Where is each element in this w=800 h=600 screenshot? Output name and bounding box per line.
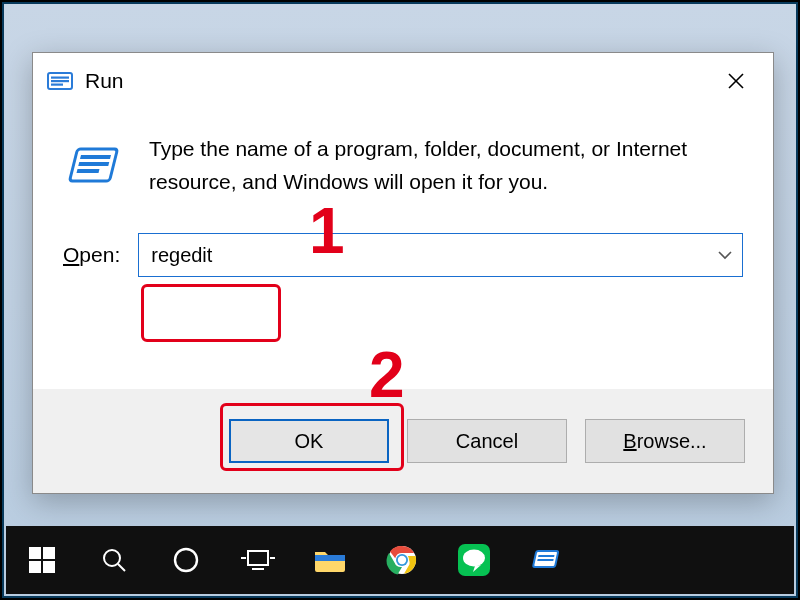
task-view-button[interactable]	[222, 526, 294, 594]
svg-rect-28	[538, 555, 554, 557]
line-app-button[interactable]	[438, 526, 510, 594]
svg-rect-13	[43, 561, 55, 573]
folder-icon	[313, 546, 347, 574]
svg-rect-17	[248, 551, 268, 565]
button-bar: OK Cancel Browse...	[33, 389, 773, 493]
run-icon	[45, 66, 75, 96]
svg-point-14	[104, 550, 120, 566]
chrome-button[interactable]	[366, 526, 438, 594]
search-icon	[99, 545, 129, 575]
chrome-icon	[386, 544, 418, 576]
dialog-body: Type the name of a program, folder, docu…	[33, 109, 773, 277]
titlebar: Run	[33, 53, 773, 109]
cortana-icon	[171, 545, 201, 575]
svg-point-24	[398, 556, 406, 564]
annotation-box-1	[141, 284, 281, 342]
svg-rect-1	[51, 77, 69, 79]
cancel-button[interactable]: Cancel	[407, 419, 567, 463]
open-input[interactable]	[149, 243, 732, 268]
file-explorer-button[interactable]	[294, 526, 366, 594]
cortana-button[interactable]	[150, 526, 222, 594]
browse-button[interactable]: Browse...	[585, 419, 745, 463]
windows-icon	[27, 545, 57, 575]
search-button[interactable]	[78, 526, 150, 594]
run-taskbar-button[interactable]	[510, 526, 582, 594]
window-title: Run	[85, 69, 124, 93]
run-small-icon	[531, 548, 561, 572]
svg-rect-12	[29, 561, 41, 573]
run-large-icon	[63, 135, 127, 199]
line-icon	[458, 544, 490, 576]
svg-rect-3	[51, 84, 63, 86]
svg-rect-10	[29, 547, 41, 559]
svg-rect-2	[51, 80, 69, 82]
open-combobox[interactable]	[138, 233, 743, 277]
svg-point-26	[463, 550, 485, 567]
open-label: Open:	[63, 243, 120, 267]
svg-rect-21	[315, 555, 345, 561]
svg-rect-8	[78, 162, 109, 166]
taskbar	[6, 526, 794, 594]
svg-rect-29	[537, 559, 553, 561]
desktop-background: Run	[4, 4, 796, 596]
run-dialog: Run	[32, 52, 774, 494]
close-button[interactable]	[713, 58, 759, 104]
svg-rect-7	[80, 155, 111, 159]
svg-rect-9	[77, 169, 100, 173]
dialog-description: Type the name of a program, folder, docu…	[149, 133, 743, 198]
screenshot-frame: Run	[0, 0, 800, 600]
close-icon	[727, 72, 745, 90]
task-view-icon	[241, 547, 275, 573]
open-row: Open:	[63, 233, 743, 277]
start-button[interactable]	[6, 526, 78, 594]
ok-button[interactable]: OK	[229, 419, 389, 463]
svg-point-16	[175, 549, 197, 571]
svg-rect-11	[43, 547, 55, 559]
svg-line-15	[118, 564, 125, 571]
